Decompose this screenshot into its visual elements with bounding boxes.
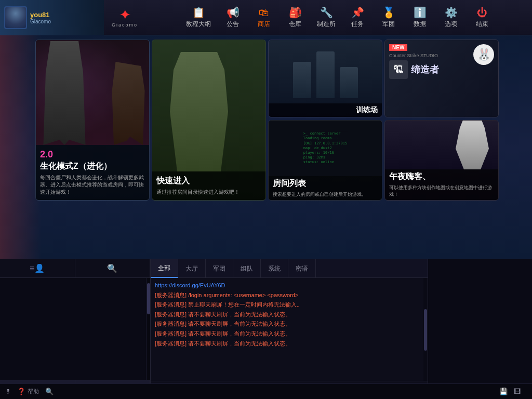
options-icon: ⚙️ [445, 6, 458, 19]
card-bio-mode[interactable]: 2.0 生化模式Z（进化） 每回合僵尸和人类都会进化，战斗解锁更多武器。进入后点… [35, 39, 150, 201]
nav-label-tutorial: 教程大纲 [186, 20, 211, 29]
midnight-card-image [385, 121, 498, 170]
nav-label-tasks: 任务 [351, 20, 364, 29]
nav-item-squad[interactable]: 🏅 军团 [373, 0, 404, 35]
card-new-feature[interactable]: NEW Counter Strike STUDIO 🏗 缔造者 🐰 [384, 39, 499, 117]
new-card-name: 缔造者 [411, 63, 439, 76]
right-ad-panel [428, 259, 532, 399]
chat-tab-squad[interactable]: 军团 [206, 259, 233, 278]
friends-scroll-thumb [147, 283, 150, 314]
chat-messages-area: https://discord.gg/EvUAY6D [服务器消息] /logi… [151, 278, 428, 381]
notice-icon: 📢 [227, 6, 240, 19]
bottom-panel: ≡👤 🔍 添加/通过好友 屏蔽列表 全部 大厅 军团 组队 系统 密语 http… [0, 259, 532, 399]
midnight-card-title: 午夜嗨客、 [389, 171, 494, 182]
workshop-icon: 🔧 [320, 6, 333, 19]
nav-item-options[interactable]: ⚙️ 选项 [435, 0, 467, 35]
bio-version-badge: 2.0 [40, 149, 145, 160]
main-game-area: 2.0 生化模式Z（进化） 每回合僵尸和人类都会进化，战斗解锁更多武器。进入后点… [0, 35, 532, 259]
status-bar: 🎖 ❓ 帮助 🔍 💾 🎞 [0, 383, 532, 399]
quick-card-title: 快速进入 [156, 176, 261, 187]
card-training[interactable]: 训练场 [268, 39, 382, 117]
chat-tab-lobby[interactable]: 大厅 [178, 259, 206, 278]
nav-item-warehouse[interactable]: 🎒 仓库 [280, 0, 311, 35]
new-card-icon: 🏗 [389, 60, 408, 79]
user-profile-area[interactable]: you81 Giacomo [0, 0, 104, 35]
help-label: 帮助 [28, 388, 39, 395]
quick-card-info: 快速进入 通过推荐房间目录快速进入游戏吧！ [152, 171, 265, 200]
nav-items-container: 📋 教程大纲 📢 公告 🛍 商店 🎒 仓库 🔧 制造所 📌 任务 🏅 军团 ℹ [145, 0, 532, 35]
chat-scroll-thumb [424, 309, 427, 351]
chat-tab-team[interactable]: 组队 [233, 259, 261, 278]
zombie-figure [110, 62, 147, 145]
logo-text: Giacomo [112, 22, 138, 28]
nav-label-data: 数据 [414, 20, 426, 29]
help-icon: ❓ [17, 388, 25, 395]
nav-label-notice: 公告 [227, 20, 239, 29]
chat-scrollbar[interactable] [423, 278, 428, 381]
nav-item-tutorial[interactable]: 📋 教程大纲 [180, 0, 217, 35]
squad-icon: 🏅 [382, 6, 395, 19]
nav-item-shop[interactable]: 🛍 商店 [248, 0, 280, 35]
nav-item-data[interactable]: ℹ️ 数据 [404, 0, 435, 35]
nav-item-notice[interactable]: 📢 公告 [217, 0, 248, 35]
tasks-icon: 📌 [351, 6, 364, 19]
chat-tab-whisper[interactable]: 密语 [288, 259, 316, 278]
nav-label-exit: 结束 [476, 20, 488, 29]
nav-label-options: 选项 [445, 20, 457, 29]
card-quick-entry[interactable]: 快速进入 通过推荐房间目录快速进入游戏吧！ [152, 39, 266, 201]
badge-icon: 🎖 [5, 389, 11, 395]
logo-star-icon: ✦ [119, 8, 131, 22]
top-navigation: you81 Giacomo ✦ Giacomo 📋 教程大纲 📢 公告 🛍 商店… [0, 0, 532, 35]
friends-tab-list[interactable]: ≡👤 [0, 259, 75, 277]
nav-label-warehouse: 仓库 [289, 20, 301, 29]
training-figure-2 [316, 51, 335, 98]
film-icon: 🎞 [514, 388, 521, 395]
friends-scrollbar[interactable] [146, 278, 150, 380]
friends-panel: ≡👤 🔍 添加/通过好友 屏蔽列表 [0, 259, 151, 399]
bio-card-info: 2.0 生化模式Z（进化） 每回合僵尸和人类都会进化，战斗解锁更多武器。进入后点… [36, 145, 149, 200]
nav-item-workshop[interactable]: 🔧 制造所 [311, 0, 342, 35]
rooms-card-desc: 搜索想要进入的房间或自己创建后开始游戏。 [273, 191, 378, 198]
new-badge: NEW [389, 44, 407, 51]
robot-figure [451, 121, 493, 170]
username: you81 [30, 11, 51, 19]
chat-message-1: [服务器消息] /login arguments: <username> <pa… [155, 291, 423, 300]
chat-message-5: [服务器消息] 请不要聊天刷屏，当前为无法输入状态。 [155, 329, 423, 339]
chat-message-0: https://discord.gg/EvUAY6D [155, 281, 423, 290]
user-avatar [4, 6, 27, 29]
nav-item-exit[interactable]: ⏻ 结束 [467, 0, 498, 35]
save-icon: 💾 [499, 388, 508, 395]
status-badge-icon: 🎖 [5, 389, 11, 395]
chat-tab-all[interactable]: 全部 [151, 259, 178, 278]
midnight-card-desc: 可以使用多种方块创作地图或在创意地图中进行游戏！ [389, 184, 494, 197]
midnight-card-info: 午夜嗨客、 可以使用多种方块创作地图或在创意地图中进行游戏！ [385, 169, 498, 200]
bio-card-image [36, 40, 149, 145]
tutorial-icon: 📋 [192, 6, 205, 19]
film-icon-button[interactable]: 🎞 [514, 388, 521, 395]
chat-panel: 全部 大厅 军团 组队 系统 密语 https://discord.gg/EvU… [151, 259, 428, 399]
nav-item-tasks[interactable]: 📌 任务 [342, 0, 373, 35]
search-status-button[interactable]: 🔍 [45, 388, 54, 395]
card-room-list[interactable]: >_ connect server loading rooms... [OK] … [268, 120, 382, 201]
chat-message-3: [服务器消息] 请不要聊天刷屏，当前为无法输入状态。 [155, 310, 423, 320]
save-icon-button[interactable]: 💾 [499, 388, 508, 395]
nav-label-workshop: 制造所 [317, 20, 336, 29]
friends-list [0, 278, 146, 380]
rooms-card-title: 房间列表 [273, 178, 378, 189]
app-logo[interactable]: ✦ Giacomo [104, 0, 145, 35]
rooms-card-image: >_ connect server loading rooms... [OK] … [269, 121, 382, 176]
help-button[interactable]: ❓ 帮助 [17, 388, 39, 395]
chat-message-6: [服务器消息] 请不要聊天刷屏，当前为无法输入状态。 [155, 339, 423, 349]
training-card-label: 训练场 [269, 103, 382, 117]
exit-icon: ⏻ [477, 7, 487, 19]
friends-tabs: ≡👤 🔍 [0, 259, 150, 278]
chat-tab-system[interactable]: 系统 [261, 259, 288, 278]
rabbit-icon: 🐰 [473, 44, 494, 65]
card-midnight-guest[interactable]: 午夜嗨客、 可以使用多种方块创作地图或在创意地图中进行游戏！ [384, 120, 499, 201]
bio-card-title: 生化模式Z（进化） [40, 161, 145, 172]
chat-message-2: [服务器消息] 禁止聊天刷屏！您在一定时间内将无法输入。 [155, 300, 423, 310]
training-card-image [269, 40, 382, 103]
friends-tab-search[interactable]: 🔍 [75, 259, 151, 277]
warehouse-icon: 🎒 [289, 6, 302, 19]
data-icon: ℹ️ [414, 6, 427, 19]
